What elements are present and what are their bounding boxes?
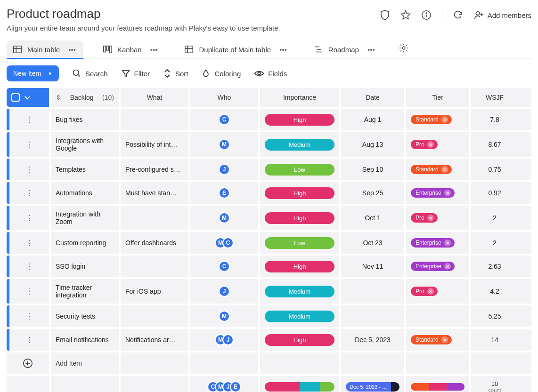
refresh-icon[interactable]: [453, 10, 463, 20]
tier-remove-icon[interactable]: ✕: [441, 166, 448, 173]
row-who[interactable]: C: [190, 109, 260, 130]
row-who[interactable]: MJ: [190, 329, 260, 351]
row-who[interactable]: M: [190, 305, 260, 327]
row-tier[interactable]: Enterprise✕: [406, 232, 471, 254]
row-who[interactable]: M: [190, 206, 260, 230]
table-row[interactable]: ⋮Integration with ZoomMHighOct 1Pro✕2: [7, 206, 531, 232]
row-importance[interactable]: Medium: [260, 305, 341, 327]
row-importance[interactable]: Low: [260, 232, 341, 254]
row-date[interactable]: Dec 5, 2023: [341, 329, 406, 351]
row-tier[interactable]: Standard✕: [406, 109, 471, 130]
search-tool[interactable]: Search: [72, 69, 108, 78]
tier-remove-icon[interactable]: ✕: [444, 240, 451, 246]
coloring-tool[interactable]: Coloring: [201, 69, 241, 78]
row-tier[interactable]: [406, 305, 471, 327]
row-wsjf[interactable]: 2: [471, 232, 518, 254]
view-tab-menu[interactable]: •••: [66, 45, 78, 55]
row-name[interactable]: Templates: [51, 159, 121, 180]
table-row[interactable]: ⋮Bug fixesCHighAug 1Standard✕7.8: [7, 109, 531, 132]
table-row[interactable]: ⋮Custom reportingOffer dashboardsMCLowOc…: [7, 232, 531, 256]
table-row[interactable]: ⋮Time tracker integrationFor iOS appJMed…: [7, 279, 531, 305]
view-tab-duplicate-of-main-table[interactable]: Duplicate of Main table•••: [178, 40, 294, 58]
row-date[interactable]: Sep 10: [341, 159, 406, 180]
row-date[interactable]: [341, 305, 406, 327]
sort-tool[interactable]: Sort: [163, 69, 188, 78]
add-item-icon[interactable]: [23, 358, 33, 368]
row-tier[interactable]: Standard✕: [406, 159, 471, 180]
tier-remove-icon[interactable]: ✕: [441, 336, 448, 343]
row-name[interactable]: Custom reporting: [51, 232, 121, 254]
row-menu-button[interactable]: ⋮: [9, 287, 49, 296]
row-tier[interactable]: Enterprise✕: [406, 256, 471, 277]
row-wsjf[interactable]: 2: [471, 206, 518, 230]
row-importance[interactable]: Low: [260, 159, 341, 180]
row-tier[interactable]: Standard✕: [406, 329, 471, 351]
row-name[interactable]: Integration with Zoom: [51, 206, 121, 230]
row-date[interactable]: Oct 1: [341, 206, 406, 230]
row-menu-button[interactable]: ⋮: [9, 140, 49, 149]
row-name[interactable]: Integrations with Google: [51, 132, 121, 157]
row-importance[interactable]: High: [260, 206, 341, 230]
view-tab-roadmap[interactable]: Roadmap•••: [308, 40, 383, 58]
row-wsjf[interactable]: 0.92: [471, 182, 518, 204]
row-menu-button[interactable]: ⋮: [9, 239, 49, 248]
row-name[interactable]: Security tests: [51, 305, 121, 327]
row-wsjf[interactable]: 0.75: [471, 159, 518, 180]
row-wsjf[interactable]: 2.63: [471, 256, 518, 277]
row-name[interactable]: Email notifications: [51, 329, 121, 351]
tier-remove-icon[interactable]: ✕: [441, 116, 448, 123]
row-wsjf[interactable]: 14: [471, 329, 518, 351]
table-row[interactable]: ⋮Integrations with GooglePossibility of …: [7, 132, 531, 159]
view-tab-menu[interactable]: •••: [277, 45, 289, 55]
filter-tool[interactable]: Filter: [121, 69, 150, 78]
row-menu-button[interactable]: ⋮: [9, 336, 49, 344]
row-importance[interactable]: High: [260, 256, 341, 277]
row-what[interactable]: Pre-configured s…: [121, 159, 190, 180]
column-header-wsjf[interactable]: WSJF: [471, 88, 518, 107]
row-who[interactable]: J: [190, 159, 260, 180]
row-importance[interactable]: Medium: [260, 279, 341, 304]
row-importance[interactable]: High: [260, 109, 341, 130]
fields-tool[interactable]: Fields: [254, 69, 287, 78]
table-row[interactable]: ⋮SSO loginCHighNov 11Enterprise✕2.63: [7, 256, 531, 279]
row-wsjf[interactable]: 7.8: [471, 109, 518, 130]
table-row[interactable]: ⋮TemplatesPre-configured s…JLowSep 10Sta…: [7, 159, 531, 182]
column-header-importance[interactable]: Importance: [260, 88, 341, 107]
row-importance[interactable]: High: [260, 182, 341, 204]
row-menu-button[interactable]: ⋮: [9, 262, 49, 271]
row-what[interactable]: [121, 256, 190, 277]
column-header-tier[interactable]: Tier: [406, 88, 471, 107]
tier-remove-icon[interactable]: ✕: [427, 288, 434, 295]
tier-remove-icon[interactable]: ✕: [444, 263, 451, 270]
row-tier[interactable]: Pro✕: [406, 206, 471, 230]
row-who[interactable]: E: [190, 182, 260, 204]
row-what[interactable]: Possibility of int…: [121, 132, 190, 157]
row-date[interactable]: Aug 13: [341, 132, 406, 157]
row-menu-button[interactable]: ⋮: [9, 115, 49, 124]
row-who[interactable]: M: [190, 132, 260, 157]
row-menu-button[interactable]: ⋮: [9, 214, 49, 223]
row-what[interactable]: Notifications ar…: [121, 329, 190, 351]
info-icon[interactable]: [421, 10, 432, 20]
row-name[interactable]: Time tracker integration: [51, 279, 121, 304]
row-what[interactable]: Must have stan…: [121, 182, 190, 204]
group-collapse-button[interactable]: [24, 94, 31, 101]
row-who[interactable]: J: [190, 279, 260, 304]
column-header-name[interactable]: ⇕ Backlog (10): [51, 88, 121, 107]
select-all-checkbox[interactable]: [11, 93, 20, 102]
table-row[interactable]: ⋮AutomationsMust have stan…EHighSep 25En…: [7, 182, 531, 206]
row-menu-button[interactable]: ⋮: [9, 189, 49, 198]
new-item-button[interactable]: New Item ▼: [7, 65, 59, 81]
row-date[interactable]: [341, 279, 406, 304]
row-menu-button[interactable]: ⋮: [9, 312, 49, 321]
row-what[interactable]: [121, 305, 190, 327]
row-tier[interactable]: Pro✕: [406, 279, 471, 304]
row-what[interactable]: [121, 109, 190, 130]
row-wsjf[interactable]: 4.2: [471, 279, 518, 304]
star-icon[interactable]: [400, 10, 411, 20]
row-wsjf[interactable]: 5.25: [471, 305, 518, 327]
row-date[interactable]: Oct 23: [341, 232, 406, 254]
row-name[interactable]: Bug fixes: [51, 109, 121, 130]
shield-icon[interactable]: [380, 10, 390, 20]
column-header-who[interactable]: Who: [190, 88, 260, 107]
